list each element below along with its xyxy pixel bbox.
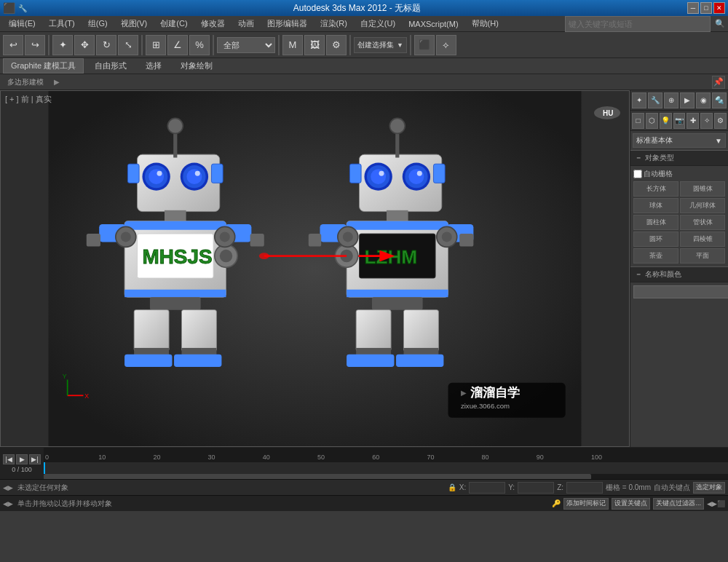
main-area: [ + ] 前 | 真实 HU	[0, 90, 728, 447]
menu-customize[interactable]: 自定义(U)	[355, 17, 401, 31]
menu-animate[interactable]: 动画	[232, 17, 260, 31]
sphere-btn[interactable]: 球体	[633, 198, 678, 213]
rp-display-btn[interactable]: ◉	[696, 92, 711, 108]
pin-btn[interactable]: 📌	[712, 76, 725, 89]
render-settings-btn[interactable]: ⚙	[326, 35, 347, 55]
reference-combo[interactable]: 全部	[217, 37, 275, 53]
select-btn[interactable]: ✦	[52, 35, 73, 55]
rp-shape-btn[interactable]: ⬡	[646, 113, 658, 129]
search-input[interactable]	[565, 16, 711, 32]
z-label: Z:	[557, 483, 563, 491]
search-icon[interactable]: 🔍	[715, 19, 725, 28]
torus-btn[interactable]: 圆环	[633, 231, 678, 247]
box-btn[interactable]: 长方体	[633, 181, 678, 197]
section-collapse-icon: －	[635, 153, 642, 163]
menu-view[interactable]: 视图(V)	[115, 17, 154, 31]
snap-btn[interactable]: ⊞	[146, 35, 166, 55]
svg-rect-55	[347, 290, 448, 297]
standard-primitives-combo[interactable]: 标准基本体 ▼	[633, 133, 726, 148]
auto-grid-checkbox[interactable]	[633, 170, 642, 178]
window-controls[interactable]: ─ □ ✕	[687, 2, 725, 14]
rp-light-btn[interactable]: 💡	[660, 113, 672, 129]
menu-edit[interactable]: 编辑(E)	[3, 17, 41, 31]
rp-hierarchy-btn[interactable]: ⊕	[664, 92, 678, 108]
object-type-section-header[interactable]: － 对象类型	[630, 150, 728, 166]
tb-sep-2	[141, 35, 143, 55]
teapot-btn[interactable]: 茶壶	[633, 248, 678, 264]
timeline-scrollbar[interactable]	[44, 474, 728, 479]
svg-text:LZHM: LZHM	[364, 246, 417, 268]
rotate-btn[interactable]: ↻	[96, 35, 116, 55]
timeline-track[interactable]: 0 10 20 30 40 50 60 70 80 90 100	[44, 448, 728, 479]
tick-50: 50	[317, 454, 325, 461]
rp-motion-btn[interactable]: ▶	[680, 92, 695, 108]
menu-group[interactable]: 组(G)	[82, 17, 114, 31]
tab-graphite[interactable]: Graphite 建模工具	[3, 58, 84, 74]
mode-indicator: ▶	[54, 78, 60, 86]
svg-rect-65	[459, 234, 473, 246]
menu-modifier[interactable]: 修改器	[195, 17, 231, 31]
menu-graph-editor[interactable]: 图形编辑器	[261, 17, 313, 31]
filter-btn[interactable]: 关键点过滤器...	[653, 498, 704, 510]
menu-tools[interactable]: 工具(T)	[43, 17, 81, 31]
material-editor-btn[interactable]: M	[282, 35, 303, 55]
rp-create-btn[interactable]: ✦	[632, 92, 646, 108]
rp-geo-btn[interactable]: □	[632, 113, 644, 129]
rp-space-btn[interactable]: ✧	[700, 113, 713, 129]
close-btn[interactable]: ✕	[713, 2, 725, 14]
menu-create[interactable]: 创建(C)	[154, 17, 193, 31]
tb-sep-3	[213, 35, 214, 55]
name-color-section-header[interactable]: － 名称和颜色	[630, 266, 728, 282]
undo-btn[interactable]: ↩	[3, 35, 23, 55]
scale-btn[interactable]: ⤡	[118, 35, 138, 55]
viewport[interactable]: [ + ] 前 | 真实 HU	[0, 90, 630, 447]
percent-snap-btn[interactable]: %	[189, 35, 210, 55]
rp-camera-btn[interactable]: 📷	[673, 113, 686, 129]
timeline-bar-area[interactable]	[44, 462, 728, 479]
svg-text:溜溜自学: 溜溜自学	[470, 385, 520, 400]
prev-frame-btn[interactable]: |◀	[3, 454, 15, 464]
rp-utility-btn[interactable]: 🔩	[712, 92, 727, 108]
tick-80: 80	[482, 454, 489, 461]
move-btn[interactable]: ✥	[74, 35, 95, 55]
plane-btn[interactable]: 平面	[680, 248, 725, 264]
pyramid-btn[interactable]: 四棱锥	[680, 231, 725, 247]
cylinder-btn[interactable]: 圆柱体	[633, 215, 678, 230]
x-input[interactable]	[469, 482, 505, 494]
select-object-btn[interactable]: 选定对象	[693, 482, 725, 494]
play-btn[interactable]: ▶	[16, 454, 28, 464]
z-input[interactable]	[566, 482, 603, 494]
render-btn[interactable]: 🖼	[304, 35, 325, 55]
selection-combo[interactable]: 创建选择集 ▼	[354, 37, 407, 53]
menu-maxscript[interactable]: MAXScript(M)	[403, 18, 464, 30]
next-frame-btn[interactable]: ▶|	[29, 454, 41, 464]
rp-system-btn[interactable]: ⚙	[714, 113, 727, 129]
set-key-btn[interactable]: 设置关键点	[612, 498, 650, 510]
rp-helper-btn[interactable]: ✚	[687, 113, 699, 129]
tab-object-paint[interactable]: 对象绘制	[173, 58, 221, 74]
tube-btn[interactable]: 管状体	[680, 215, 725, 230]
svg-rect-31	[182, 310, 217, 352]
maximize-btn[interactable]: □	[700, 2, 712, 14]
subtab-polygon[interactable]: 多边形建模	[3, 76, 48, 89]
y-input[interactable]	[518, 482, 554, 494]
svg-rect-76	[396, 355, 443, 367]
curve-editor-btn[interactable]: ⟡	[436, 35, 456, 55]
menu-render[interactable]: 渲染(R)	[314, 17, 353, 31]
svg-point-38	[220, 231, 230, 242]
menu-help[interactable]: 帮助(H)	[466, 17, 505, 31]
named-sel-btn[interactable]: ⬛	[414, 35, 435, 55]
status-bar-2: ◀▶ 单击并拖动以选择并移动对象 🔑 添加时间标记 设置关键点 关键点过滤器..…	[0, 495, 728, 511]
tick-30: 30	[208, 454, 215, 461]
minimize-btn[interactable]: ─	[687, 2, 699, 14]
scrollbar-thumb[interactable]	[44, 474, 591, 479]
geosphere-btn[interactable]: 几何球体	[680, 198, 725, 213]
tab-freeform[interactable]: 自由形式	[87, 58, 135, 74]
cone-btn[interactable]: 圆锥体	[680, 181, 725, 197]
add-marker-btn[interactable]: 添加时间标记	[563, 498, 609, 510]
rp-modify-btn[interactable]: 🔧	[648, 92, 662, 108]
name-input[interactable]	[633, 285, 728, 298]
redo-btn[interactable]: ↪	[25, 35, 45, 55]
tab-select[interactable]: 选择	[138, 58, 170, 74]
angle-snap-btn[interactable]: ∠	[167, 35, 188, 55]
